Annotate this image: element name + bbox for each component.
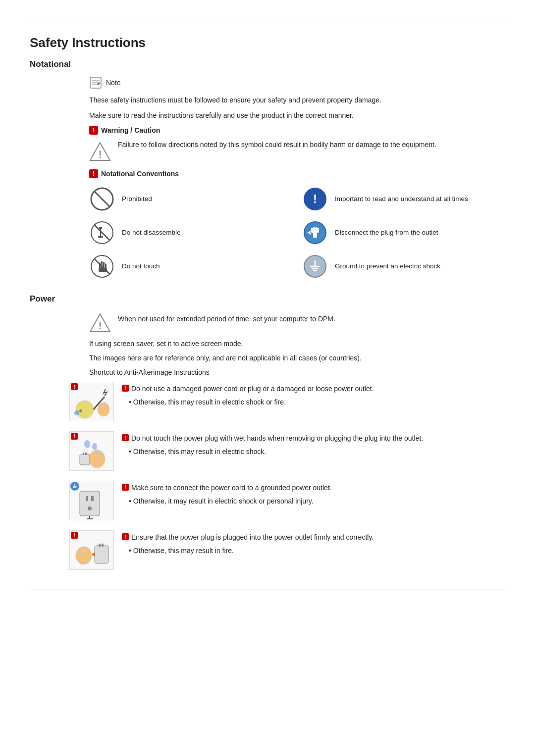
power-item-2-title-text: Do not touch the power plug with wet han… <box>131 433 423 444</box>
power-item-3-image <box>69 481 114 520</box>
svg-rect-25 <box>105 263 107 268</box>
ground-icon <box>302 253 328 279</box>
power-item-1-badge: ! <box>122 385 129 392</box>
convention-disconnect: Disconnect the plug from the outlet <box>302 220 505 246</box>
convention-ground: Ground to prevent an electric shock <box>302 253 505 279</box>
power-item-1-title: ! Do not use a damaged power cord or plu… <box>122 384 505 394</box>
svg-rect-70 <box>99 544 101 547</box>
warning-block: ! Failure to follow directions noted by … <box>89 140 505 162</box>
power-item-3-bullet: Otherwise, it may result in electric sho… <box>129 496 505 506</box>
svg-rect-59 <box>86 496 88 501</box>
power-item-3-content: ! Make sure to connect the power cord to… <box>122 481 505 506</box>
svg-rect-73 <box>81 548 83 555</box>
svg-text:!: ! <box>73 384 75 390</box>
svg-rect-69 <box>95 546 108 563</box>
convention-prohibited: Prohibited <box>89 186 292 212</box>
warning-description: Failure to follow directions noted by th… <box>118 140 436 150</box>
power-item-4: ! ! Ensure that the power plug is plugge… <box>69 530 505 570</box>
warning-triangle-icon: ! <box>89 141 111 162</box>
conventions-grid: Prohibited ! Important to read and under… <box>89 186 505 279</box>
note-icon <box>89 76 102 89</box>
svg-rect-58 <box>80 491 100 516</box>
note-text-1: These safety instructions must be follow… <box>89 95 505 105</box>
disassemble-icon <box>89 220 115 246</box>
svg-rect-42 <box>101 403 103 410</box>
note-label: Note <box>106 79 121 87</box>
svg-rect-52 <box>80 454 90 465</box>
convention-disconnect-label: Disconnect the plug from the outlet <box>335 228 438 238</box>
svg-rect-71 <box>102 544 104 547</box>
svg-point-37 <box>79 409 82 412</box>
disconnect-icon <box>302 220 328 246</box>
svg-text:!: ! <box>313 192 317 205</box>
notational-heading: Notational <box>30 59 505 69</box>
power-item-1-bullet: Otherwise, this may result in electric s… <box>129 397 505 407</box>
svg-point-46 <box>84 440 90 448</box>
conventions-title-text: Notational Conventions <box>101 170 179 178</box>
convention-touch: Do not touch <box>89 253 292 279</box>
power-text-1: If using screen saver, set it to active … <box>89 339 505 349</box>
svg-text:!: ! <box>73 532 75 538</box>
svg-rect-53 <box>83 453 84 455</box>
note-row: Note <box>89 76 505 89</box>
svg-rect-44 <box>106 403 107 410</box>
warning-badge-icon: ! <box>89 126 98 135</box>
svg-rect-74 <box>83 547 85 555</box>
convention-ground-label: Ground to prevent an electric shock <box>335 262 440 271</box>
svg-rect-16 <box>311 228 319 233</box>
power-text-3: Shortcut to Anti-Afterimage Instructions <box>89 367 505 378</box>
power-item-4-badge: ! <box>122 533 129 540</box>
svg-rect-60 <box>91 496 94 501</box>
bottom-divider <box>30 590 505 590</box>
power-item-2-image: ! <box>69 431 114 471</box>
convention-important: ! Important to read and understand at al… <box>302 186 505 212</box>
power-heading: Power <box>30 294 505 304</box>
power-item-1-title-text: Do not use a damaged power cord or plug … <box>131 384 374 394</box>
svg-rect-17 <box>313 227 315 229</box>
svg-text:!: ! <box>99 149 102 160</box>
svg-rect-18 <box>316 227 317 229</box>
svg-point-36 <box>76 401 94 418</box>
conventions-badge-icon: ! <box>89 169 98 178</box>
note-text-2: Make sure to read the instructions caref… <box>89 110 505 121</box>
power-warning-triangle-icon: ! <box>89 312 111 334</box>
warning-label-row: ! Warning / Caution <box>89 126 505 135</box>
power-item-2: ! ! Do not touch the power plug with wet… <box>69 431 505 471</box>
power-text-2: The images here are for reference only, … <box>89 353 505 363</box>
svg-rect-54 <box>85 453 87 455</box>
svg-text:!: ! <box>73 433 75 439</box>
power-warning-text: When not used for extended period of tim… <box>118 311 335 323</box>
page-title: Safety Instructions <box>30 35 505 50</box>
convention-disassemble-label: Do not disassemble <box>122 228 181 238</box>
prohibited-icon <box>89 186 115 212</box>
power-item-3-badge: ! <box>122 484 129 491</box>
svg-rect-49 <box>94 451 96 459</box>
svg-rect-50 <box>96 450 98 459</box>
svg-point-38 <box>74 410 79 415</box>
top-divider <box>30 20 505 20</box>
power-item-4-bullet: Otherwise, this may result in fire. <box>129 546 505 556</box>
svg-rect-43 <box>103 402 105 410</box>
warning-label-text: Warning / Caution <box>101 126 160 134</box>
power-item-3-title-text: Make sure to connect the power cord to a… <box>131 483 332 493</box>
svg-rect-13 <box>98 236 103 238</box>
conventions-title-row: ! Notational Conventions <box>89 169 505 178</box>
power-item-3: ! Make sure to connect the power cord to… <box>69 481 505 520</box>
svg-point-61 <box>88 506 92 510</box>
convention-disassemble: Do not disassemble <box>89 220 292 246</box>
power-item-1-content: ! Do not use a damaged power cord or plu… <box>122 382 505 407</box>
power-item-4-title: ! Ensure that the power plug is plugged … <box>122 532 505 543</box>
power-item-1-image: ! <box>69 382 114 421</box>
power-item-4-title-text: Ensure that the power plug is plugged in… <box>131 532 374 543</box>
svg-rect-51 <box>99 451 101 459</box>
svg-text:!: ! <box>99 320 102 331</box>
power-item-2-badge: ! <box>122 434 129 441</box>
important-icon: ! <box>302 186 328 212</box>
power-item-4-content: ! Ensure that the power plug is plugged … <box>122 530 505 556</box>
power-item-3-title: ! Make sure to connect the power cord to… <box>122 483 505 493</box>
svg-point-47 <box>92 443 97 450</box>
convention-important-label: Important to read and understand at all … <box>335 195 468 204</box>
do-not-touch-icon <box>89 253 115 279</box>
power-item-2-bullet: Otherwise, this may result in electric s… <box>129 447 505 457</box>
svg-rect-19 <box>313 233 317 238</box>
